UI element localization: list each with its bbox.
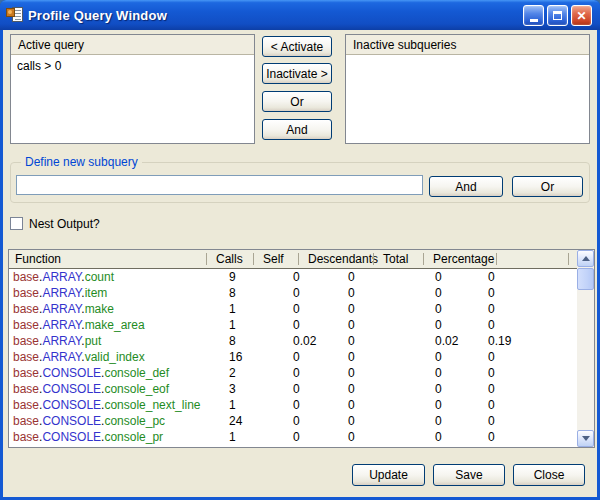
subquery-input[interactable] — [16, 175, 423, 195]
close-button[interactable]: ✕ — [571, 5, 592, 26]
function-cell: base.ARRAY.put — [9, 333, 229, 349]
table-row[interactable]: base.ARRAY.make10000 — [9, 301, 579, 317]
table-row[interactable]: base.ARRAY.count90000 — [9, 269, 579, 285]
close-icon: ✕ — [576, 10, 586, 22]
or-transfer-button[interactable]: Or — [262, 91, 332, 112]
column-header-calls[interactable]: Calls — [206, 250, 253, 268]
activate-button[interactable]: < Activate — [262, 36, 332, 57]
table-row[interactable]: base.CONSOLE.console_next_line10000 — [9, 397, 579, 413]
value-cell: 0 — [488, 381, 579, 397]
fn-class-text: ARRAY — [42, 350, 81, 364]
update-button[interactable]: Update — [352, 464, 425, 486]
active-query-list[interactable]: calls > 0 — [11, 55, 254, 77]
active-query-header: Active query — [11, 35, 254, 55]
inactive-subqueries-list[interactable] — [346, 55, 589, 63]
column-header-total[interactable]: Total — [373, 250, 423, 268]
function-cell: base.ARRAY.make — [9, 301, 229, 317]
scroll-up-button[interactable] — [577, 250, 594, 267]
value-cell: 0 — [435, 269, 488, 285]
subquery-and-button[interactable]: And — [429, 176, 503, 197]
orb-icon — [6, 8, 15, 17]
fn-class-text: ARRAY — [42, 270, 81, 284]
scrollbar-thumb[interactable] — [577, 268, 594, 290]
fn-scope-text: base — [13, 382, 39, 396]
value-cell: 0 — [435, 365, 488, 381]
value-cell: 9 — [229, 269, 293, 285]
title-bar[interactable]: Profile Query Window ✕ — [0, 0, 600, 30]
value-cell: 0 — [435, 413, 488, 429]
function-cell: base.CONSOLE.console_pr — [9, 429, 229, 445]
table-body: base.ARRAY.count90000base.ARRAY.item8000… — [9, 269, 579, 445]
fn-class-text: CONSOLE — [42, 430, 101, 444]
fn-scope-text: base — [13, 286, 39, 300]
subquery-or-button[interactable]: Or — [512, 176, 583, 197]
query-item[interactable]: calls > 0 — [17, 59, 248, 73]
value-cell: 0 — [348, 269, 435, 285]
fn-scope-text: base — [13, 430, 39, 444]
nest-output-label: Nest Output? — [29, 217, 100, 231]
value-cell: 1 — [229, 397, 293, 413]
minimize-icon — [530, 19, 538, 22]
fn-scope-text: base — [13, 350, 39, 364]
fn-feature-text: console_pr — [104, 430, 163, 444]
value-cell: 0 — [348, 397, 435, 413]
table-row[interactable]: base.ARRAY.make_area10000 — [9, 317, 579, 333]
arrow-down-icon — [582, 436, 590, 441]
value-cell: 0 — [348, 365, 435, 381]
value-cell: 1 — [229, 429, 293, 445]
value-cell: 0 — [293, 301, 348, 317]
table-header: Function Calls Self Descendants Total Pe… — [9, 250, 579, 269]
value-cell: 24 — [229, 413, 293, 429]
table-row[interactable]: base.CONSOLE.console_pc240000 — [9, 413, 579, 429]
profile-query-window: Profile Query Window ✕ Active query call… — [0, 0, 600, 500]
function-cell: base.CONSOLE.console_def — [9, 365, 229, 381]
value-cell: 0.02 — [435, 333, 488, 349]
fn-feature-text: item — [85, 286, 108, 300]
nest-output-checkbox[interactable] — [10, 217, 23, 230]
value-cell: 3 — [229, 381, 293, 397]
inactivate-button[interactable]: Inactivate > — [262, 63, 332, 84]
function-cell: base.CONSOLE.console_pc — [9, 413, 229, 429]
fn-scope-text: base — [13, 302, 39, 316]
value-cell: 0 — [293, 317, 348, 333]
vertical-scrollbar[interactable] — [577, 250, 594, 447]
fn-feature-text: valid_index — [85, 350, 145, 364]
table-row[interactable]: base.CONSOLE.console_eof30000 — [9, 381, 579, 397]
fn-class-text: CONSOLE — [42, 366, 101, 380]
value-cell: 0 — [435, 397, 488, 413]
table-row[interactable]: base.ARRAY.put80.0200.020.19 — [9, 333, 579, 349]
value-cell: 0 — [293, 269, 348, 285]
table-row[interactable]: base.ARRAY.item80000 — [9, 285, 579, 301]
fn-feature-text: console_def — [104, 366, 169, 380]
table-row[interactable]: base.ARRAY.valid_index160000 — [9, 349, 579, 365]
table-row[interactable]: base.CONSOLE.console_def20000 — [9, 365, 579, 381]
value-cell: 0 — [488, 413, 579, 429]
value-cell: 0 — [348, 413, 435, 429]
column-header-percentage[interactable]: Percentage — [423, 250, 496, 268]
fn-feature-text: console_eof — [104, 382, 169, 396]
scroll-down-button[interactable] — [577, 430, 594, 447]
minimize-button[interactable] — [523, 5, 544, 26]
value-cell: 0 — [488, 429, 579, 445]
value-cell: 0 — [348, 349, 435, 365]
value-cell: 0.19 — [488, 333, 579, 349]
value-cell: 0 — [488, 269, 579, 285]
fn-class-text: ARRAY — [42, 334, 81, 348]
value-cell: 0 — [348, 381, 435, 397]
column-header-function[interactable]: Function — [9, 250, 206, 268]
save-button[interactable]: Save — [433, 464, 505, 486]
and-transfer-button[interactable]: And — [262, 119, 332, 140]
value-cell: 0 — [293, 349, 348, 365]
value-cell: 0 — [435, 285, 488, 301]
value-cell: 0 — [293, 285, 348, 301]
table-row[interactable]: base.CONSOLE.console_pr10000 — [9, 429, 579, 445]
fn-feature-text: put — [85, 334, 102, 348]
maximize-button[interactable] — [547, 5, 568, 26]
fn-scope-text: base — [13, 398, 39, 412]
close-dialog-button[interactable]: Close — [513, 464, 585, 486]
column-header-descendants[interactable]: Descendants — [298, 250, 373, 268]
column-header-self[interactable]: Self — [253, 250, 298, 268]
value-cell: 1 — [229, 301, 293, 317]
fn-scope-text: base — [13, 318, 39, 332]
fn-class-text: CONSOLE — [42, 398, 101, 412]
